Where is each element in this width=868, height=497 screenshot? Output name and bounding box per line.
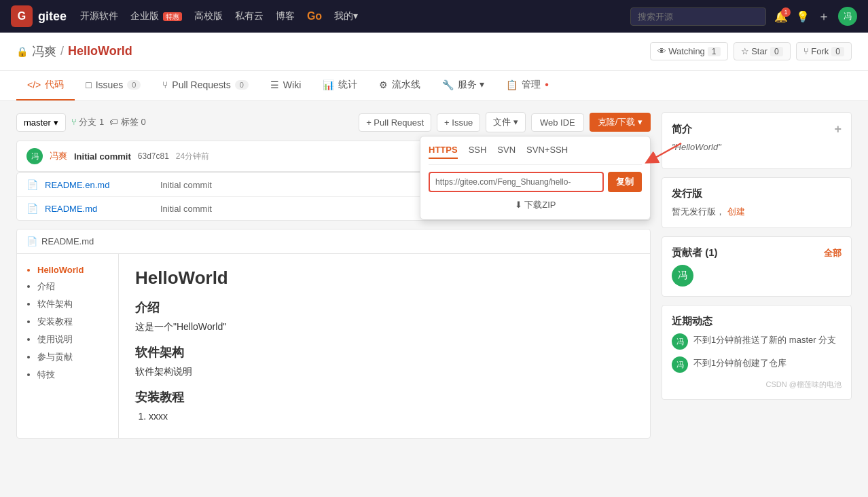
- nav-private[interactable]: 私有云: [235, 10, 264, 22]
- toc-item-usage[interactable]: 使用说明: [37, 333, 110, 346]
- nav-school[interactable]: 高校版: [194, 10, 223, 22]
- sidebar: 简介 + "HelloWorld" 发行版 暂无发行版， 创建 贡献者 (1) …: [662, 112, 852, 439]
- sidebar-contributors: 贡献者 (1) 全部 冯: [662, 236, 852, 297]
- toc-item-helloworld[interactable]: HelloWorld: [37, 265, 110, 275]
- file-icon-readme: 📄: [26, 203, 38, 214]
- nav-go[interactable]: Go: [307, 10, 322, 22]
- copy-button[interactable]: 复制: [608, 172, 642, 192]
- nav-right: 🔔 1 💡 ＋ 冯: [630, 7, 857, 26]
- stats-icon: 📊: [323, 79, 334, 90]
- contributor-avatar[interactable]: 冯: [672, 265, 693, 287]
- readme-box: 📄 README.md HelloWorld 介绍 软件架构 安装教程 使用说明…: [16, 229, 651, 439]
- branch-count: ⑂ 分支 1: [71, 116, 104, 128]
- file-name-readme[interactable]: README.md: [45, 204, 153, 214]
- notification-icon[interactable]: 🔔 1: [774, 10, 788, 23]
- download-zip-button[interactable]: ⬇ 下载ZIP: [429, 199, 642, 211]
- issues-icon: □: [86, 79, 91, 90]
- clone-button[interactable]: 克隆/下载 ▾: [590, 113, 651, 132]
- nav-mine[interactable]: 我的▾: [334, 10, 358, 22]
- clone-tab-ssh[interactable]: SSH: [469, 145, 487, 159]
- toolbar: master ▾ ⑂ 分支 1 🏷 标签 0 + Pull Request + …: [16, 112, 651, 132]
- sidebar-add-icon[interactable]: +: [834, 122, 842, 136]
- watch-button[interactable]: 👁 Watching 1: [650, 42, 728, 60]
- tab-wiki[interactable]: ☰ Wiki: [259, 71, 312, 100]
- tab-code[interactable]: </> 代码: [16, 71, 75, 100]
- main-container: master ▾ ⑂ 分支 1 🏷 标签 0 + Pull Request + …: [0, 101, 868, 449]
- activity-avatar-2: 冯: [672, 356, 688, 373]
- fork-count: 0: [831, 47, 844, 56]
- nav-open-source[interactable]: 开源软件: [80, 10, 118, 22]
- readme-install-item-1: xxxx: [149, 411, 634, 422]
- tab-pipeline[interactable]: ⚙ 流水线: [368, 71, 431, 100]
- tab-issues[interactable]: □ Issues 0: [75, 71, 151, 100]
- branch-selector[interactable]: master ▾: [16, 113, 66, 132]
- issues-badge: 0: [127, 80, 141, 90]
- tab-services[interactable]: 🔧 服务 ▾: [431, 71, 495, 100]
- webide-button[interactable]: Web IDE: [531, 113, 584, 132]
- readme-section-arch: 软件架构: [135, 344, 634, 361]
- nav-enterprise[interactable]: 企业版 特惠: [130, 10, 182, 22]
- sidebar-all-contributors[interactable]: 全部: [824, 247, 842, 259]
- toc-item-contrib[interactable]: 参与贡献: [37, 351, 110, 363]
- pr-badge: 0: [235, 80, 249, 90]
- readme-filename: README.md: [41, 236, 94, 246]
- notif-badge: 1: [781, 7, 791, 17]
- watermark: CSDN @榴莲味的电池: [672, 380, 842, 390]
- toc-item-install[interactable]: 安装教程: [37, 316, 110, 328]
- activity-item: 冯 不到1分钟前创建了仓库: [672, 356, 842, 373]
- repo-user[interactable]: 冯爽: [32, 43, 56, 60]
- sidebar-release-link[interactable]: 创建: [727, 206, 745, 217]
- commit-time: 24分钟前: [176, 151, 209, 162]
- logo[interactable]: G gitee: [11, 5, 67, 27]
- sidebar-release: 发行版 暂无发行版， 创建: [662, 177, 852, 228]
- clone-tab-svn[interactable]: SVN: [497, 145, 516, 159]
- clone-tab-https[interactable]: HTTPS: [429, 145, 458, 159]
- activity-text-1: 不到1分钟前推送了新的 master 分支: [693, 333, 836, 347]
- file-name-readme-en[interactable]: README.en.md: [45, 180, 153, 190]
- readme-toc: HelloWorld 介绍 软件架构 安装教程 使用说明 参与贡献 特技: [17, 254, 119, 438]
- clone-url-input[interactable]: [429, 172, 604, 192]
- pull-request-button[interactable]: + Pull Request: [359, 113, 431, 132]
- file-icon-readme-en: 📄: [26, 179, 38, 190]
- tab-pr[interactable]: ⑂ Pull Requests 0: [151, 71, 259, 100]
- tab-stats[interactable]: 📊 统计: [312, 71, 368, 100]
- toc-item-arch[interactable]: 软件架构: [37, 298, 110, 310]
- star-button[interactable]: ☆ Star 0: [734, 42, 791, 60]
- clone-tab-svnplusssh[interactable]: SVN+SSH: [526, 145, 568, 159]
- plus-icon[interactable]: ＋: [818, 8, 830, 24]
- branch-chevron-icon: ▾: [54, 117, 58, 128]
- readme-intro-body: 这是一个"HelloWorld": [135, 321, 634, 333]
- code-icon: </>: [27, 79, 41, 90]
- sidebar-intro: 简介 + "HelloWorld": [662, 112, 852, 169]
- manage-icon: 📋: [506, 79, 518, 90]
- enterprise-badge: 特惠: [163, 12, 182, 21]
- contributors-row: 冯: [672, 265, 842, 287]
- nav-links: 开源软件 企业版 特惠 高校版 私有云 博客 Go 我的▾: [80, 10, 358, 22]
- star-label: ☆ Star: [741, 46, 767, 56]
- clone-input-row: 复制: [429, 172, 642, 192]
- toc-item-tricks[interactable]: 特技: [37, 369, 110, 381]
- file-button[interactable]: 文件 ▾: [486, 112, 526, 132]
- nav-blog[interactable]: 博客: [276, 10, 295, 22]
- readme-title: HelloWorld: [135, 268, 634, 289]
- sidebar-intro-title: 简介 +: [672, 122, 842, 136]
- sidebar-release-title: 发行版: [672, 187, 842, 200]
- branch-label: master: [24, 117, 51, 128]
- sidebar-activity-title: 近期动态: [672, 315, 842, 328]
- readme-header: 📄 README.md: [17, 229, 650, 254]
- issue-button[interactable]: + Issue: [437, 113, 480, 132]
- readme-file-icon: 📄: [26, 236, 37, 246]
- avatar[interactable]: 冯: [838, 7, 857, 26]
- repo-name[interactable]: HelloWorld: [68, 44, 132, 58]
- readme-section-intro: 介绍: [135, 299, 634, 316]
- commit-user[interactable]: 冯爽: [50, 150, 67, 162]
- bulb-icon[interactable]: 💡: [796, 10, 810, 23]
- lock-icon: 🔒: [16, 46, 28, 57]
- tab-manage[interactable]: 📋 管理 •: [495, 71, 560, 100]
- fork-label: ⑂ Fork: [803, 46, 829, 56]
- toc-item-intro[interactable]: 介绍: [37, 280, 110, 293]
- commit-hash[interactable]: 63d7c81: [138, 151, 169, 161]
- star-count: 0: [770, 47, 783, 56]
- search-input[interactable]: [630, 7, 766, 26]
- fork-button[interactable]: ⑂ Fork 0: [796, 42, 852, 60]
